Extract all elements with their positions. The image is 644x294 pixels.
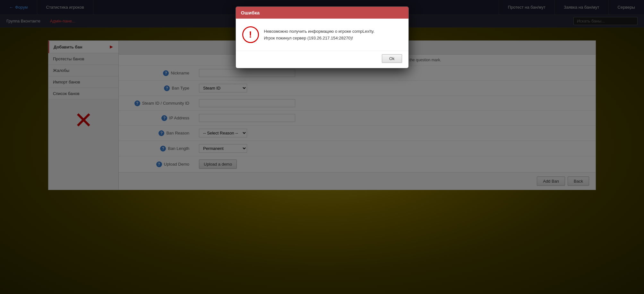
dialog-message-line1: Невозможно получить информацию о игроке … <box>264 29 375 34</box>
dialog-title: Ошибка <box>241 10 260 15</box>
error-dialog: Ошибка ! Невозможно получить информацию … <box>236 6 409 68</box>
dialog-footer: Ok <box>236 51 408 68</box>
error-icon: ! <box>242 26 259 43</box>
dialog-body: ! Невозможно получить информацию о игрок… <box>236 19 408 51</box>
dialog-overlay: Ошибка ! Невозможно получить информацию … <box>0 0 644 294</box>
dialog-title-bar: Ошибка <box>236 7 408 19</box>
dialog-ok-button[interactable]: Ok <box>382 54 402 63</box>
dialog-message: Невозможно получить информацию о игроке … <box>264 26 402 42</box>
dialog-message-line2: Игрок покинул сервер (193.26.217.154:282… <box>264 36 353 40</box>
